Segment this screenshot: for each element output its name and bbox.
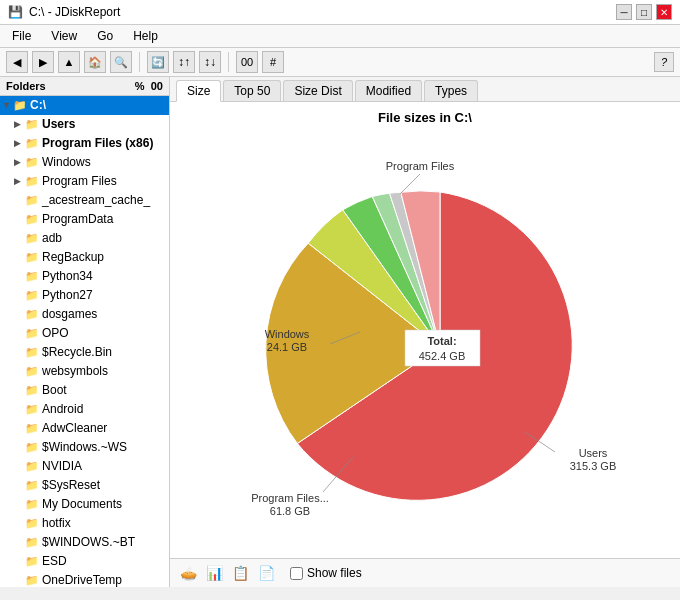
maximize-button[interactable]: □ (636, 4, 652, 20)
show-files-checkbox-label[interactable]: Show files (290, 566, 362, 580)
folder-icon: 📁 (24, 345, 40, 361)
sidebar-item-label: AdwCleaner (42, 420, 107, 437)
back-button[interactable]: ◀ (6, 51, 28, 73)
sidebar-item-hotfix[interactable]: 📁 hotfix (0, 514, 169, 533)
sidebar-item-nvidia[interactable]: 📁 NVIDIA (0, 457, 169, 476)
menu-file[interactable]: File (8, 27, 35, 45)
expand-icon: ▼ (2, 97, 12, 114)
folder-icon: 📁 (24, 174, 40, 190)
folder-icon: 📁 (24, 478, 40, 494)
sidebar-item-label: $Windows.~WS (42, 439, 127, 456)
sidebar-item-label: Python34 (42, 268, 93, 285)
sidebar-item-dosgames[interactable]: 📁 dosgames (0, 305, 169, 324)
sidebar-item-websymbols[interactable]: 📁 websymbols (0, 362, 169, 381)
sidebar: Folders % 00 ▼ 📁 C:\ ▶ 📁 Users ▶ 📁 Progr… (0, 77, 170, 587)
pie-chart-icon[interactable]: 🥧 (178, 563, 198, 583)
sidebar-item-opo[interactable]: 📁 OPO (0, 324, 169, 343)
table-icon[interactable]: 📄 (256, 563, 276, 583)
sidebar-item-label: Program Files (42, 173, 117, 190)
right-panel: Size Top 50 Size Dist Modified Types Fil… (170, 77, 680, 587)
bottom-bar: 🥧 📊 📋 📄 Show files (170, 558, 680, 587)
folder-icon: 📁 (24, 535, 40, 551)
sidebar-header: Folders % 00 (0, 77, 169, 96)
sidebar-item-label: RegBackup (42, 249, 104, 266)
sidebar-item-windows[interactable]: ▶ 📁 Windows (0, 153, 169, 172)
sidebar-item-sysreset[interactable]: 📁 $SysReset (0, 476, 169, 495)
refresh-button[interactable]: 🔄 (147, 51, 169, 73)
close-button[interactable]: ✕ (656, 4, 672, 20)
sidebar-tree[interactable]: ▼ 📁 C:\ ▶ 📁 Users ▶ 📁 Program Files (x86… (0, 96, 169, 587)
list-icon[interactable]: 📋 (230, 563, 250, 583)
folder-icon: 📁 (24, 364, 40, 380)
folder-icon: 📁 (24, 288, 40, 304)
sidebar-item-label: Boot (42, 382, 67, 399)
tab-sizedist[interactable]: Size Dist (283, 80, 352, 101)
sidebar-item-regbackup[interactable]: 📁 RegBackup (0, 248, 169, 267)
sidebar-item-label: _acestream_cache_ (42, 192, 150, 209)
sidebar-item-boot[interactable]: 📁 Boot (0, 381, 169, 400)
tab-types[interactable]: Types (424, 80, 478, 101)
minimize-button[interactable]: ─ (616, 4, 632, 20)
search-button[interactable]: 🔍 (110, 51, 132, 73)
folder-icon: 📁 (24, 193, 40, 209)
app-icon: 💾 (8, 5, 23, 19)
sidebar-item-users[interactable]: ▶ 📁 Users (0, 115, 169, 134)
sidebar-item-windowsws[interactable]: 📁 $Windows.~WS (0, 438, 169, 457)
sidebar-item-windowsbt[interactable]: 📁 $WINDOWS.~BT (0, 533, 169, 552)
folder-icon: 📁 (24, 212, 40, 228)
sidebar-item-label: Android (42, 401, 83, 418)
sidebar-folders-label: Folders (6, 80, 46, 92)
folder-icon: 📁 (12, 98, 28, 114)
folder-icon: 📁 (24, 250, 40, 266)
sidebar-item-label: $WINDOWS.~BT (42, 534, 135, 551)
sidebar-item-programfiles[interactable]: ▶ 📁 Program Files (0, 172, 169, 191)
sidebar-item-programfilesx86[interactable]: ▶ 📁 Program Files (x86) (0, 134, 169, 153)
folder-icon: 📁 (24, 307, 40, 323)
sidebar-item-recycle[interactable]: 📁 $Recycle.Bin (0, 343, 169, 362)
sort-desc-button[interactable]: ↕↓ (199, 51, 221, 73)
bar-chart-icon[interactable]: 📊 (204, 563, 224, 583)
help-button[interactable]: ? (654, 52, 674, 72)
sidebar-item-programdata[interactable]: 📁 ProgramData (0, 210, 169, 229)
label-pfx86: Program Files... (251, 492, 329, 504)
folder-icon: 📁 (24, 554, 40, 570)
sidebar-item-acestream[interactable]: 📁 _acestream_cache_ (0, 191, 169, 210)
menu-view[interactable]: View (47, 27, 81, 45)
value-windows: 24.1 GB (267, 341, 307, 353)
expand-icon: ▶ (14, 154, 24, 171)
sidebar-item-root[interactable]: ▼ 📁 C:\ (0, 96, 169, 115)
up-button[interactable]: ▲ (58, 51, 80, 73)
expand-icon: ▶ (14, 116, 24, 133)
sidebar-item-label: $SysReset (42, 477, 100, 494)
sidebar-item-onedriveTemp[interactable]: 📁 OneDriveTemp (0, 571, 169, 587)
sidebar-item-label: OneDriveTemp (42, 572, 122, 587)
value-users: 315.3 GB (570, 460, 616, 472)
sidebar-item-python27[interactable]: 📁 Python27 (0, 286, 169, 305)
view-hash-button[interactable]: # (262, 51, 284, 73)
sidebar-item-python34[interactable]: 📁 Python34 (0, 267, 169, 286)
menu-bar: File View Go Help (0, 25, 680, 48)
sort-asc-button[interactable]: ↕↑ (173, 51, 195, 73)
sidebar-item-label: OPO (42, 325, 69, 342)
sidebar-item-label: hotfix (42, 515, 71, 532)
sidebar-item-adb[interactable]: 📁 adb (0, 229, 169, 248)
home-button[interactable]: 🏠 (84, 51, 106, 73)
expand-icon: ▶ (14, 173, 24, 190)
sidebar-item-mydocuments[interactable]: 📁 My Documents (0, 495, 169, 514)
forward-button[interactable]: ▶ (32, 51, 54, 73)
sidebar-item-label: Windows (42, 154, 91, 171)
sidebar-item-android[interactable]: 📁 Android (0, 400, 169, 419)
view-00-button[interactable]: 00 (236, 51, 258, 73)
show-files-checkbox[interactable] (290, 567, 303, 580)
folder-icon: 📁 (24, 497, 40, 513)
menu-help[interactable]: Help (129, 27, 162, 45)
menu-go[interactable]: Go (93, 27, 117, 45)
tab-size[interactable]: Size (176, 80, 221, 102)
pie-chart: Total: 452.4 GB Users 315.3 GB Program F… (215, 152, 635, 532)
sidebar-item-adwcleaner[interactable]: 📁 AdwCleaner (0, 419, 169, 438)
sidebar-item-label: C:\ (30, 97, 46, 114)
tab-modified[interactable]: Modified (355, 80, 422, 101)
tab-top50[interactable]: Top 50 (223, 80, 281, 101)
label-users: Users (579, 447, 608, 459)
sidebar-item-esd[interactable]: 📁 ESD (0, 552, 169, 571)
